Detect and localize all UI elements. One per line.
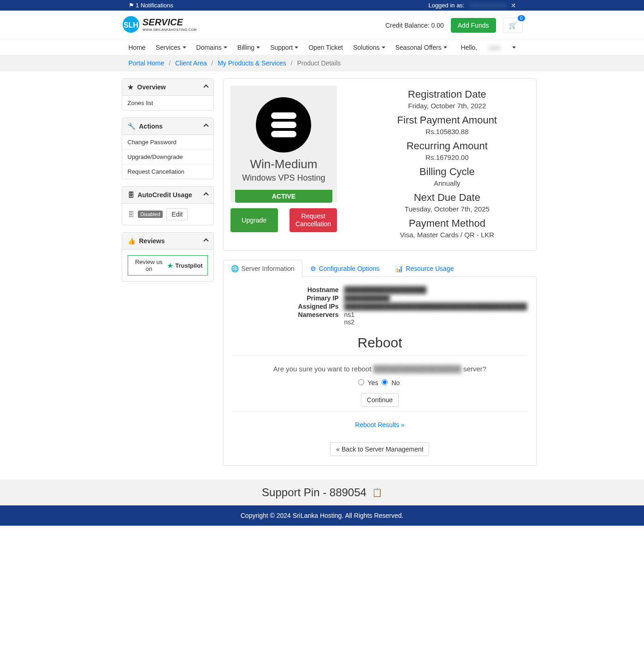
chevron-up-icon — [203, 192, 208, 197]
nav-solutions[interactable]: Solutions — [353, 44, 385, 51]
logged-in-label: Logged in as: — [428, 2, 464, 9]
panel-autocredit-head[interactable]: 🗄AutoCredit Usage — [122, 187, 213, 204]
panel-actions: 🔧Actions Change Password Upgrade/Downgra… — [122, 117, 214, 179]
sidebar-item-zones[interactable]: Zones list — [122, 96, 213, 110]
user-menu[interactable]: Hello, user — [461, 44, 515, 51]
caret-icon — [443, 47, 447, 48]
reboot-no-radio[interactable] — [382, 379, 388, 385]
nameserver-1: ns1 — [344, 311, 527, 318]
server-icon — [256, 97, 311, 152]
main-nav: Home Services Domains Billing Support Op… — [0, 40, 644, 55]
cart-count: 0 — [518, 15, 525, 21]
chevron-up-icon — [203, 84, 208, 89]
caret-icon — [295, 47, 298, 48]
database-icon: 🗄 — [128, 191, 134, 199]
caret-icon — [382, 47, 385, 48]
content: Win-Medium Windows VPS Hosting ACTIVE Up… — [223, 78, 537, 466]
nav-support[interactable]: Support — [270, 44, 298, 51]
support-pin-bar: Support Pin - 889054 📋 — [0, 480, 644, 505]
sidebar-item-cancel[interactable]: Request Cancellation — [122, 164, 213, 179]
reboot-yes-radio[interactable] — [358, 379, 364, 385]
back-to-server-button[interactable]: « Back to Server Management — [330, 442, 429, 456]
panel-reviews: 👍Reviews Review us on ★ Trustpilot — [122, 232, 214, 281]
nav-home[interactable]: Home — [129, 44, 146, 51]
svg-text:WWW.SRILANKAHOSTING.COM: WWW.SRILANKAHOSTING.COM — [142, 28, 197, 31]
notifications-link[interactable]: ⚑ 1 Notifications — [129, 2, 173, 9]
chevron-up-icon — [203, 123, 208, 129]
tab-resource-usage[interactable]: 📊 Resource Usage — [387, 260, 461, 277]
trustpilot-star-icon: ★ — [167, 261, 173, 270]
status-badge: ACTIVE — [235, 190, 333, 203]
crumb-portal-home[interactable]: Portal Home — [129, 59, 165, 67]
nav-domains[interactable]: Domains — [196, 44, 227, 51]
wrench-icon: 🔧 — [128, 123, 136, 130]
tabs: 🌐 Server Information ⚙ Configurable Opti… — [223, 260, 537, 277]
continue-button[interactable]: Continue — [361, 393, 399, 407]
breadcrumb: Portal Home / Client Area / My Products … — [0, 55, 644, 71]
tab-config-options[interactable]: ⚙ Configurable Options — [302, 260, 388, 277]
upgrade-button[interactable]: Upgrade — [230, 208, 278, 232]
caret-icon — [224, 47, 227, 48]
tab-content: Hostname ██████████████████ Primary IP █… — [223, 276, 537, 466]
svg-text:SLH: SLH — [124, 21, 138, 29]
panel-overview: ★Overview Zones list — [122, 78, 214, 111]
top-bar: ⚑ 1 Notifications Logged in as: ⤭ — [0, 0, 644, 11]
caret-icon — [256, 47, 260, 48]
add-funds-button[interactable]: Add Funds — [451, 18, 496, 33]
caret-icon — [512, 47, 516, 48]
database-icon: 🗄 — [128, 211, 134, 218]
crumb-products[interactable]: My Products & Services — [218, 59, 286, 67]
chevron-up-icon — [203, 238, 208, 243]
panel-actions-head[interactable]: 🔧Actions — [122, 118, 213, 135]
nav-services[interactable]: Services — [156, 44, 186, 51]
crumb-current: Product Details — [297, 59, 341, 67]
svg-text:SERVICE: SERVICE — [142, 17, 183, 27]
globe-icon: 🌐 — [231, 265, 239, 272]
nav-billing[interactable]: Billing — [237, 44, 260, 51]
dashboard-icon: 📊 — [395, 265, 403, 272]
tab-server-info[interactable]: 🌐 Server Information — [223, 260, 302, 277]
product-card: Win-Medium Windows VPS Hosting ACTIVE Up… — [223, 78, 537, 251]
sidebar-item-upgrade[interactable]: Upgrade/Downgrade — [122, 150, 213, 164]
sidebar: ★Overview Zones list 🔧Actions Change Pas… — [122, 78, 214, 466]
autocredit-edit-button[interactable]: Edit — [166, 208, 188, 220]
nav-seasonal[interactable]: Seasonal Offers — [396, 44, 447, 51]
reboot-question: Are you sure you want to reboot ████████… — [233, 365, 527, 373]
panel-overview-head[interactable]: ★Overview — [122, 79, 213, 96]
cart-icon: 🛒 — [509, 22, 517, 29]
trustpilot-link[interactable]: Review us on ★ Trustpilot — [128, 255, 208, 276]
cogs-icon: ⚙ — [310, 265, 316, 272]
switch-user-icon[interactable]: ⤭ — [511, 2, 516, 9]
panel-autocredit: 🗄AutoCredit Usage 🗄 Disabled Edit — [122, 186, 214, 225]
star-icon: ★ — [128, 83, 134, 91]
product-type: Windows VPS Hosting — [235, 173, 333, 183]
user-name: user — [479, 44, 510, 51]
reboot-yes-label[interactable]: Yes — [368, 379, 378, 387]
sidebar-item-change-password[interactable]: Change Password — [122, 135, 213, 150]
product-name: Win-Medium — [235, 157, 333, 171]
product-summary: Win-Medium Windows VPS Hosting ACTIVE — [230, 86, 337, 203]
logged-in-user — [469, 5, 506, 6]
reboot-no-label[interactable]: No — [391, 379, 400, 387]
nameserver-2: ns2 — [344, 318, 527, 326]
primary-ip-value: ██████████ — [344, 294, 527, 302]
autocredit-status: Disabled — [138, 211, 163, 218]
logo[interactable]: SLH SERVICE WWW.SRILANKAHOSTING.COM — [122, 15, 214, 35]
thumbs-up-icon: 👍 — [128, 237, 136, 245]
support-pin: Support Pin - 889054 — [262, 486, 366, 499]
copy-icon[interactable]: 📋 — [372, 487, 382, 498]
caret-icon — [183, 47, 186, 48]
flag-icon: ⚑ — [129, 2, 134, 9]
request-cancellation-button[interactable]: Request Cancellation — [290, 208, 337, 232]
hostname-value: ██████████████████ — [344, 286, 527, 293]
cart-button[interactable]: 🛒 0 — [503, 18, 523, 33]
credit-balance: Credit Balance: 0.00 — [385, 22, 444, 29]
product-info: Registration Date Friday, October 7th, 2… — [365, 86, 529, 243]
crumb-client-area[interactable]: Client Area — [175, 59, 207, 67]
assigned-ips-value: ████████████████████████████████████████ — [344, 303, 527, 310]
panel-reviews-head[interactable]: 👍Reviews — [122, 233, 213, 250]
reboot-results-link[interactable]: Reboot Results » — [355, 421, 404, 428]
nav-open-ticket[interactable]: Open Ticket — [308, 44, 343, 51]
footer: Copyright © 2024 SriLanka Hosting. All R… — [0, 505, 644, 526]
reboot-heading: Reboot — [233, 335, 527, 351]
